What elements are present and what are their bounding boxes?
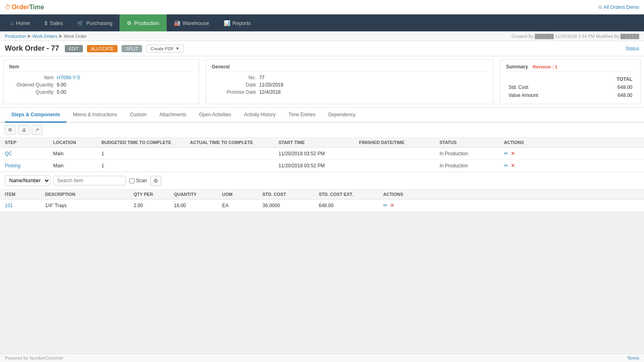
- work-order-title: Work Order - 77: [5, 44, 59, 53]
- breadcrumb-work-order: Work Order: [64, 34, 87, 39]
- top-right-section: ⚙ All Orders Demo: [598, 4, 639, 10]
- edit-button[interactable]: EDIT: [65, 45, 83, 52]
- step-qc-location: Main: [53, 151, 101, 156]
- item-value: H7098-Y-S: [57, 75, 80, 80]
- comp-col-item: ITEM: [5, 192, 45, 197]
- comp-col-std-cost-ext: STD. COST EXT.: [319, 192, 383, 197]
- table-row: Picking Main 1 11/20/2018 03:52 PM In Pr…: [0, 160, 644, 172]
- breadcrumb-production[interactable]: Production: [5, 34, 26, 39]
- delete-comp-101-icon[interactable]: ✕: [390, 202, 394, 208]
- comp-col-std-cost: STD. COST: [262, 192, 319, 197]
- export-icon-btn[interactable]: ↗: [32, 125, 42, 135]
- nav-home[interactable]: ⌂ Home: [3, 14, 37, 31]
- allocate-button[interactable]: ALLOCATE: [87, 45, 118, 52]
- comp-item-101-desc: 1/4" Trays: [45, 203, 134, 208]
- ordered-qty-label: Ordered Quantity: [9, 82, 54, 88]
- step-picking-status: In Production: [440, 163, 504, 169]
- item-link[interactable]: H7098-Y-S: [57, 75, 80, 80]
- status-link[interactable]: Status: [625, 46, 639, 51]
- settings-icon-btn[interactable]: ⚙: [5, 125, 16, 135]
- components-table: ITEM DESCRIPTION QTY PER QUANTITY UOM ST…: [0, 189, 644, 212]
- scan-label: Scan: [129, 178, 147, 183]
- steps-table: STEP LOCATION BUDGETED TIME TO COMPLETE …: [0, 138, 644, 172]
- comp-col-description: DESCRIPTION: [45, 192, 134, 197]
- steps-col-location: LOCATION: [53, 140, 101, 145]
- item-field-row: Item H7098-Y-S: [9, 75, 193, 80]
- nav-warehouse[interactable]: 🏭 Warehouse: [167, 14, 217, 31]
- tab-activity-history[interactable]: Activity History: [237, 108, 282, 123]
- breadcrumb-bar: Production ▶ Work Orders ▶ Work Order Cr…: [0, 31, 644, 41]
- comp-col-uom: UOM: [222, 192, 262, 197]
- summary-total-header: TOTAL: [588, 76, 634, 83]
- edit-step-qc-icon[interactable]: ✏: [504, 150, 508, 156]
- comp-item-101-uom: EA: [222, 203, 262, 208]
- info-panels: Item Item H7098-Y-S Ordered Quantity 9.0…: [0, 56, 644, 108]
- comp-item-101[interactable]: 101: [5, 203, 45, 208]
- reports-icon: 📊: [224, 20, 230, 26]
- std-cost-label: Std. Cost: [507, 84, 587, 91]
- production-icon: ⚙: [127, 20, 132, 26]
- date-value: 11/20/2018: [259, 82, 283, 88]
- warehouse-icon: 🏭: [174, 20, 180, 26]
- step-qc-actions: ✏ ✕: [504, 150, 536, 156]
- tab-steps-components[interactable]: Steps & Components: [5, 108, 66, 123]
- clock-icon: ⏱: [5, 4, 11, 10]
- print-icon-btn[interactable]: 🖨: [18, 125, 29, 135]
- search-input[interactable]: [54, 176, 126, 185]
- no-row: No. 77: [212, 75, 487, 80]
- date-row: Date 11/20/2018: [212, 82, 487, 88]
- tab-custom[interactable]: Custom: [124, 108, 153, 123]
- search-type-select[interactable]: Name/Number Item Code Description: [5, 175, 50, 186]
- edit-step-picking-icon[interactable]: ✏: [504, 162, 508, 169]
- nav-sales[interactable]: $ Sales: [37, 14, 70, 31]
- delete-step-qc-icon[interactable]: ✕: [511, 150, 515, 156]
- promise-date-row: Promise Date 12/4/2018: [212, 89, 487, 95]
- tab-memo-instructions[interactable]: Memo & Instructions: [66, 108, 123, 123]
- tab-dependency[interactable]: Dependency: [322, 108, 362, 123]
- breadcrumb-work-orders[interactable]: Work Orders: [33, 34, 58, 39]
- component-toolbar: ⚙ 🖨 ↗: [0, 123, 644, 138]
- top-right-label[interactable]: All Orders Demo: [603, 4, 639, 10]
- comp-item-101-std-cost: 36.0000: [262, 203, 319, 208]
- tab-open-activities[interactable]: Open Activities: [193, 108, 237, 123]
- step-picking[interactable]: Picking: [5, 163, 53, 169]
- steps-col-start: START TIME: [279, 140, 359, 145]
- date-label: Date: [212, 82, 256, 88]
- steps-col-actions: ACTIONS: [504, 140, 536, 145]
- nav-reports[interactable]: 📊 Reports: [217, 14, 258, 31]
- nav-production[interactable]: ⚙ Production: [120, 14, 166, 31]
- general-panel: General No. 77 Date 11/20/2018 Promise D…: [206, 60, 493, 104]
- value-amount-value: 648.00: [588, 92, 634, 99]
- breadcrumb-meta: Created By ██████ 11/20/2018 2:34 PM Mod…: [512, 34, 639, 39]
- search-settings-button[interactable]: ⚙: [150, 176, 161, 186]
- qty-row: Quantity 5.00: [9, 89, 193, 95]
- ordered-qty-value: 9.00: [57, 82, 66, 88]
- delete-step-picking-icon[interactable]: ✕: [511, 162, 515, 169]
- comp-col-qty-per: QTY PER: [134, 192, 174, 197]
- comp-item-101-qty-per: 2.00: [134, 203, 174, 208]
- logo-order: Order: [12, 4, 29, 11]
- create-pdf-button[interactable]: Create PDF ▼: [146, 45, 184, 53]
- tab-time-entries[interactable]: Time Entries: [282, 108, 322, 123]
- table-row: QC Main 1 11/20/2018 03:52 PM In Product…: [0, 148, 644, 160]
- edit-comp-101-icon[interactable]: ✏: [383, 202, 388, 208]
- tabs-bar: Steps & Components Memo & Instructions C…: [0, 108, 644, 123]
- list-item: 101 1/4" Trays 2.00 18.00 EA 36.0000 648…: [0, 200, 644, 212]
- gear-icon: ⚙: [598, 4, 603, 10]
- tab-attachments[interactable]: Attachments: [153, 108, 193, 123]
- split-button[interactable]: SPLIT: [122, 45, 142, 52]
- qty-label: Quantity: [9, 89, 54, 95]
- step-picking-budgeted: 1: [101, 163, 190, 169]
- home-icon: ⌂: [10, 20, 14, 26]
- revision-label: Revision : 1: [533, 64, 557, 69]
- scan-text: Scan: [136, 178, 147, 183]
- summary-table: TOTAL Std. Cost 648.00 Value Amount 648.…: [506, 75, 635, 100]
- breadcrumb: Production ▶ Work Orders ▶ Work Order: [5, 33, 87, 39]
- std-cost-value: 648.00: [588, 84, 634, 91]
- nav-purchasing[interactable]: 🛒 Purchasing: [70, 14, 120, 31]
- step-qc[interactable]: QC: [5, 151, 53, 156]
- scan-checkbox[interactable]: [129, 178, 134, 183]
- item-search-bar: Name/Number Item Code Description Scan ⚙: [0, 172, 644, 189]
- step-qc-start: 11/20/2018 03:52 PM: [279, 151, 359, 156]
- work-order-header: Work Order - 77 EDIT ALLOCATE SPLIT Crea…: [0, 41, 644, 56]
